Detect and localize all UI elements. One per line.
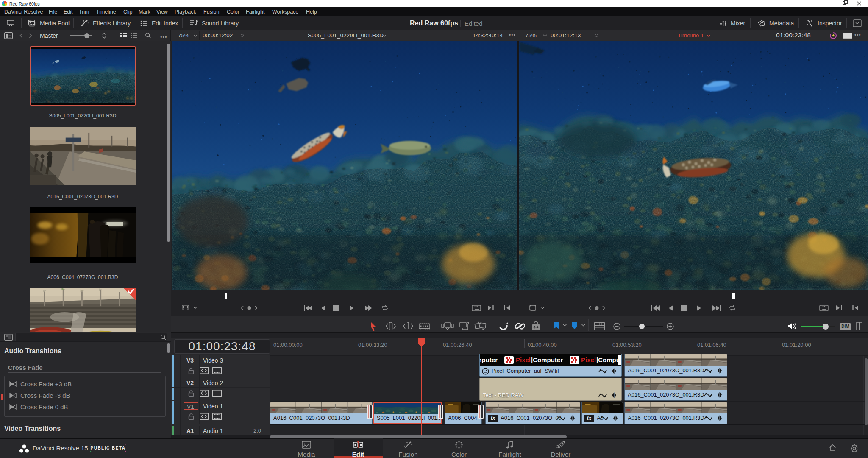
svg-text:|Computer: |Computer (480, 356, 498, 363)
svg-text:|Computer: |Computer (531, 356, 563, 363)
svg-text:Pixel: Pixel (581, 356, 596, 363)
svg-text:Pixel: Pixel (516, 356, 531, 363)
